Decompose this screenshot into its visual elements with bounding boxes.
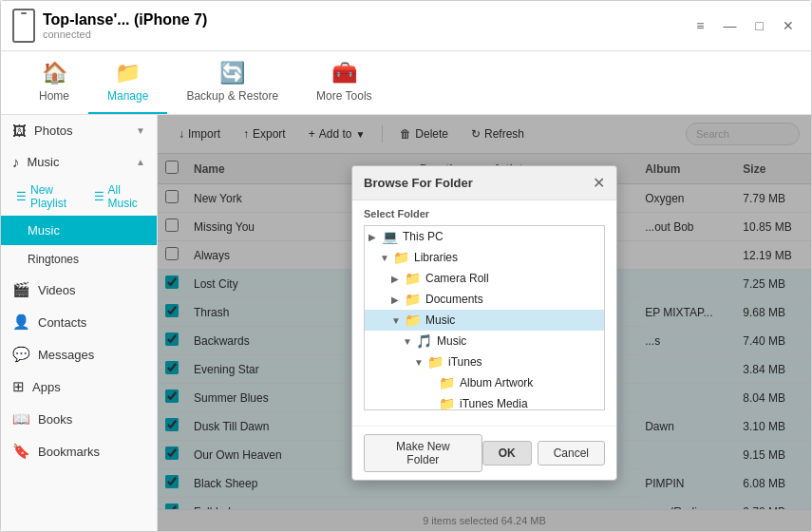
tree-folder-icon: 💻 — [382, 229, 399, 244]
browse-folder-dialog: Browse For Folder ✕ Select Folder ▶ 💻 Th… — [351, 165, 617, 481]
device-name: Top-lanse'... (iPhone 7) — [43, 11, 207, 28]
music-sub-header: ☰ New Playlist ☰ All Music — [1, 178, 157, 216]
tree-folder-icon: 📁 — [439, 375, 456, 390]
app-window: Top-lanse'... (iPhone 7) connected ≡ — □… — [0, 0, 812, 532]
tree-item-label: Album Artwork — [460, 376, 533, 390]
sidebar-item-photos[interactable]: 🖼 Photos ▼ — [1, 115, 157, 146]
tree-item[interactable]: 📁 iTunes Media — [365, 393, 604, 410]
bookmarks-icon: 🔖 — [12, 443, 30, 460]
sidebar-item-bookmarks[interactable]: 🔖 Bookmarks — [1, 435, 157, 467]
content-area: ↓ Import ↑ Export + Add to ▼ 🗑 Delete — [158, 115, 811, 531]
sidebar-music-label: Music — [28, 155, 60, 169]
sidebar-contacts-label: Contacts — [38, 315, 86, 330]
sidebar-item-books[interactable]: 📖 Books — [1, 403, 157, 435]
tools-icon: 🧰 — [331, 61, 357, 86]
tree-item-label: Music — [437, 334, 466, 348]
tree-chevron-icon: ▶ — [391, 294, 405, 305]
tree-folder-icon: 📁 — [439, 396, 456, 410]
tree-chevron-icon: ▼ — [403, 336, 416, 347]
tree-item-label: iTunes — [448, 355, 482, 369]
tree-chevron-icon: ▼ — [391, 315, 405, 326]
tree-item-label: Documents — [425, 293, 483, 306]
tree-item[interactable]: ▶ 📁 Documents — [365, 289, 604, 310]
cancel-button[interactable]: Cancel — [538, 441, 605, 466]
nav-home[interactable]: 🏠 Home — [20, 51, 88, 114]
nav-tools[interactable]: 🧰 More Tools — [297, 51, 390, 114]
tree-folder-icon: 📁 — [405, 271, 422, 286]
tree-item-label: Camera Roll — [425, 272, 489, 285]
nav-manage[interactable]: 📁 Manage — [88, 51, 167, 114]
tree-folder-icon: 🎵 — [416, 333, 433, 349]
tree-item-label: This PC — [403, 230, 444, 243]
device-icon — [12, 9, 35, 43]
new-playlist-icon: ☰ — [16, 190, 27, 203]
sidebar-item-music[interactable]: ♪ Music ▲ — [1, 146, 157, 178]
photos-chevron-icon: ▼ — [136, 125, 145, 136]
sidebar-item-music-active[interactable]: Music — [1, 216, 157, 245]
backup-icon: 🔄 — [219, 61, 245, 86]
tree-folder-icon: 📁 — [405, 313, 422, 328]
ok-button[interactable]: OK — [482, 441, 532, 466]
tree-item[interactable]: ▼ 🎵 Music — [365, 331, 604, 352]
music-sub-label: Music — [28, 223, 60, 238]
tree-item[interactable]: ▶ 💻 This PC — [365, 226, 604, 247]
videos-icon: 🎬 — [12, 281, 30, 298]
nav-backup-label: Backup & Restore — [186, 89, 278, 103]
manage-icon: 📁 — [115, 61, 141, 86]
make-new-folder-button[interactable]: Make New Folder — [364, 434, 482, 472]
tree-item[interactable]: ▶ 📁 Camera Roll — [365, 268, 604, 289]
tree-chevron-icon: ▼ — [380, 253, 393, 263]
sidebar-item-messages[interactable]: 💬 Messages — [1, 338, 157, 370]
nav-backup[interactable]: 🔄 Backup & Restore — [167, 51, 297, 114]
maximize-button[interactable]: □ — [750, 16, 769, 35]
tree-item[interactable]: ▼ 📁 Music — [365, 310, 604, 331]
window-controls: ≡ — □ ✕ — [690, 16, 800, 35]
device-text: Top-lanse'... (iPhone 7) connected — [43, 11, 207, 40]
sidebar-apps-label: Apps — [32, 380, 61, 394]
minimize-button[interactable]: — — [718, 16, 743, 35]
music-chevron-icon: ▲ — [136, 157, 145, 167]
tree-item-label: iTunes Media — [460, 397, 528, 410]
tree-item-label: Music — [425, 314, 455, 327]
modal-body: Select Folder ▶ 💻 This PC ▼ 📁 Libraries … — [352, 200, 616, 426]
modal-close-button[interactable]: ✕ — [593, 174, 605, 192]
tree-item[interactable]: ▼ 📁 iTunes — [365, 352, 604, 372]
tree-item-label: Libraries — [414, 251, 458, 264]
tree-item[interactable]: 📁 Album Artwork — [365, 372, 604, 393]
sidebar-item-contacts[interactable]: 👤 Contacts — [1, 306, 157, 338]
tree-folder-icon: 📁 — [427, 354, 444, 370]
main-area: 🖼 Photos ▼ ♪ Music ▲ ☰ New Playlist ☰ Al… — [1, 115, 811, 531]
sidebar-photos-label: Photos — [34, 124, 72, 138]
folder-tree[interactable]: ▶ 💻 This PC ▼ 📁 Libraries ▶ 📁 Camera Rol… — [364, 225, 605, 410]
all-music-label[interactable]: ☰ All Music — [88, 180, 152, 214]
sidebar-item-videos[interactable]: 🎬 Videos — [1, 274, 157, 306]
sidebar-videos-label: Videos — [38, 283, 76, 297]
messages-icon: 💬 — [12, 346, 30, 363]
sidebar: 🖼 Photos ▼ ♪ Music ▲ ☰ New Playlist ☰ Al… — [1, 115, 158, 531]
books-icon: 📖 — [12, 410, 30, 428]
ringtones-label: Ringtones — [28, 253, 79, 266]
sidebar-bookmarks-label: Bookmarks — [38, 445, 100, 459]
contacts-icon: 👤 — [12, 314, 30, 331]
sidebar-item-ringtones[interactable]: Ringtones — [1, 245, 157, 274]
photos-icon: 🖼 — [12, 123, 27, 139]
close-button[interactable]: ✕ — [777, 16, 800, 35]
tree-chevron-icon: ▼ — [414, 357, 427, 368]
modal-action-buttons: OK Cancel — [482, 441, 605, 466]
sidebar-item-apps[interactable]: ⊞ Apps — [1, 370, 157, 403]
all-music-icon: ☰ — [94, 190, 104, 203]
menu-button[interactable]: ≡ — [690, 16, 709, 35]
tree-folder-icon: 📁 — [405, 292, 422, 307]
nav-manage-label: Manage — [107, 89, 148, 103]
device-status: connected — [43, 28, 207, 40]
tree-item[interactable]: ▼ 📁 Libraries — [365, 247, 604, 268]
new-playlist-button[interactable]: ☰ New Playlist — [10, 180, 88, 214]
modal-title: Browse For Folder — [364, 176, 473, 190]
modal-section-label: Select Folder — [364, 208, 605, 219]
nav-bar: 🏠 Home 📁 Manage 🔄 Backup & Restore 🧰 Mor… — [1, 51, 811, 115]
modal-footer: Make New Folder OK Cancel — [352, 426, 616, 480]
music-icon: ♪ — [12, 154, 20, 170]
tree-chevron-icon: ▶ — [368, 232, 382, 242]
modal-header: Browse For Folder ✕ — [352, 166, 616, 200]
device-info: Top-lanse'... (iPhone 7) connected — [12, 9, 690, 43]
